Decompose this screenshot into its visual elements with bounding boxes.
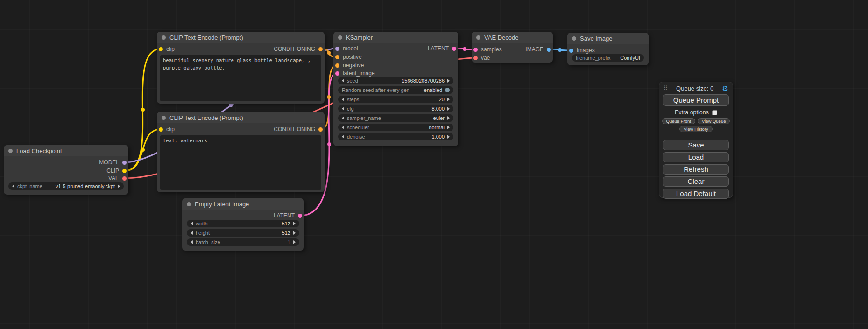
extra-options-checkbox[interactable]: [712, 110, 717, 115]
decrement-arrow-icon[interactable]: [342, 107, 344, 111]
node-title-bar[interactable]: CLIP Text Encode (Prompt): [157, 32, 325, 43]
latent-slot-dot-icon[interactable]: [298, 214, 302, 218]
node-vae-decode[interactable]: VAE Decode samples vae IMAGE: [472, 32, 553, 63]
widget-steps[interactable]: steps 20: [338, 96, 453, 103]
conditioning-slot-dot-icon[interactable]: [335, 63, 339, 68]
queue-front-button[interactable]: Queue Front: [662, 118, 695, 124]
clip-slot-dot-icon[interactable]: [159, 47, 163, 51]
negative-prompt-textarea[interactable]: text, watermark: [160, 135, 321, 190]
load-button[interactable]: Load: [663, 152, 729, 162]
load-default-button[interactable]: Load Default: [663, 189, 729, 199]
collapse-dot-icon[interactable]: [162, 116, 166, 120]
model-slot-dot-icon[interactable]: [122, 161, 127, 165]
widget-cfg[interactable]: cfg 8.000: [338, 105, 453, 112]
node-title-bar[interactable]: Load Checkpoint: [4, 145, 128, 156]
decrement-arrow-icon[interactable]: [191, 231, 193, 235]
node-title-bar[interactable]: Save Image: [567, 33, 649, 44]
node-title-bar[interactable]: VAE Decode: [472, 32, 553, 43]
conditioning-slot-dot-icon[interactable]: [318, 47, 323, 51]
latent-slot-dot-icon[interactable]: [473, 48, 478, 52]
conditioning-slot-dot-icon[interactable]: [318, 127, 323, 132]
output-slot-latent[interactable]: LATENT: [428, 45, 456, 52]
output-slot-latent[interactable]: LATENT: [274, 212, 302, 219]
decrement-arrow-icon[interactable]: [342, 79, 344, 83]
output-slot-model[interactable]: MODEL: [99, 159, 127, 166]
increment-arrow-icon[interactable]: [293, 222, 296, 225]
comfyui-canvas[interactable]: Load Checkpoint MODEL CLIP VAE ckpt_name…: [0, 0, 868, 329]
widget-height[interactable]: height 512: [187, 229, 299, 237]
increment-arrow-icon[interactable]: [118, 184, 120, 188]
decrement-arrow-icon[interactable]: [342, 135, 344, 139]
input-slot-vae[interactable]: vae: [473, 55, 490, 61]
input-slot-positive[interactable]: positive: [335, 54, 362, 60]
view-queue-button[interactable]: View Queue: [698, 118, 730, 124]
node-clip-text-encode-positive[interactable]: CLIP Text Encode (Prompt) clip CONDITION…: [157, 32, 325, 104]
widget-ckpt-name[interactable]: ckpt_name v1-5-pruned-emaonly.ckpt: [8, 182, 124, 190]
input-slot-latent-image[interactable]: latent_image: [335, 70, 375, 77]
queue-menu-panel[interactable]: ⠿ Queue size: 0 ⚙ Queue Prompt Extra opt…: [659, 82, 733, 198]
positive-prompt-textarea[interactable]: beautiful scenery nature glass bottle la…: [160, 55, 321, 101]
output-slot-image[interactable]: IMAGE: [525, 46, 551, 53]
collapse-dot-icon[interactable]: [187, 202, 191, 206]
decrement-arrow-icon[interactable]: [342, 116, 344, 120]
collapse-dot-icon[interactable]: [8, 149, 13, 153]
node-clip-text-encode-negative[interactable]: CLIP Text Encode (Prompt) clip CONDITION…: [157, 112, 325, 192]
decrement-arrow-icon[interactable]: [191, 222, 193, 225]
decrement-arrow-icon[interactable]: [191, 240, 193, 244]
decrement-arrow-icon[interactable]: [342, 126, 344, 129]
toggle-dot-icon[interactable]: [445, 88, 450, 92]
output-slot-clip[interactable]: CLIP: [106, 168, 127, 174]
widget-scheduler[interactable]: scheduler normal: [338, 124, 453, 131]
increment-arrow-icon[interactable]: [447, 79, 450, 83]
increment-arrow-icon[interactable]: [447, 98, 450, 101]
input-slot-negative[interactable]: negative: [335, 62, 364, 69]
output-slot-vae[interactable]: VAE: [108, 175, 127, 182]
decrement-arrow-icon[interactable]: [342, 98, 344, 101]
increment-arrow-icon[interactable]: [293, 240, 296, 244]
input-slot-model[interactable]: model: [335, 45, 358, 52]
collapse-dot-icon[interactable]: [162, 35, 166, 40]
clip-slot-dot-icon[interactable]: [122, 169, 127, 173]
conditioning-slot-dot-icon[interactable]: [335, 55, 339, 59]
refresh-button[interactable]: Refresh: [663, 164, 729, 175]
input-slot-clip[interactable]: clip: [159, 46, 175, 52]
widget-batch-size[interactable]: batch_size 1: [187, 238, 299, 246]
model-slot-dot-icon[interactable]: [335, 47, 339, 51]
collapse-dot-icon[interactable]: [476, 35, 480, 40]
increment-arrow-icon[interactable]: [447, 107, 450, 111]
settings-gear-icon[interactable]: ⚙: [722, 85, 728, 92]
image-slot-dot-icon[interactable]: [547, 48, 551, 52]
node-ksampler[interactable]: KSampler model positive negative latent_…: [333, 32, 458, 146]
view-history-button[interactable]: View History: [679, 126, 713, 132]
widget-sampler-name[interactable]: sampler_name euler: [338, 114, 453, 122]
node-empty-latent-image[interactable]: Empty Latent Image LATENT width 512 heig…: [182, 198, 304, 251]
node-save-image[interactable]: Save Image images filename_prefix ComfyU…: [567, 33, 649, 65]
input-slot-samples[interactable]: samples: [473, 46, 502, 53]
save-button[interactable]: Save: [663, 140, 729, 150]
widget-control-after-generate[interactable]: Random seed after every gen enabled: [338, 86, 453, 94]
collapse-dot-icon[interactable]: [572, 36, 576, 41]
increment-arrow-icon[interactable]: [447, 135, 450, 139]
input-slot-clip[interactable]: clip: [159, 126, 175, 133]
input-slot-images[interactable]: images: [569, 47, 595, 54]
output-slot-conditioning[interactable]: CONDITIONING: [274, 46, 323, 52]
clip-slot-dot-icon[interactable]: [159, 127, 163, 132]
node-load-checkpoint[interactable]: Load Checkpoint MODEL CLIP VAE ckpt_name…: [4, 145, 128, 195]
node-title-bar[interactable]: CLIP Text Encode (Prompt): [157, 112, 325, 123]
node-title-bar[interactable]: KSampler: [333, 32, 458, 43]
increment-arrow-icon[interactable]: [447, 116, 450, 120]
clear-button[interactable]: Clear: [663, 176, 729, 187]
latent-slot-dot-icon[interactable]: [452, 47, 456, 51]
vae-slot-dot-icon[interactable]: [122, 176, 127, 181]
collapse-dot-icon[interactable]: [338, 35, 342, 40]
decrement-arrow-icon[interactable]: [12, 184, 14, 188]
node-title-bar[interactable]: Empty Latent Image: [182, 198, 304, 210]
output-slot-conditioning[interactable]: CONDITIONING: [274, 126, 323, 133]
increment-arrow-icon[interactable]: [447, 126, 450, 129]
widget-filename-prefix[interactable]: filename_prefix ComfyUI: [572, 54, 644, 62]
image-slot-dot-icon[interactable]: [569, 49, 573, 53]
drag-handle-icon[interactable]: ⠿: [663, 85, 668, 91]
vae-slot-dot-icon[interactable]: [473, 56, 478, 60]
latent-slot-dot-icon[interactable]: [335, 71, 339, 76]
widget-width[interactable]: width 512: [187, 220, 299, 227]
